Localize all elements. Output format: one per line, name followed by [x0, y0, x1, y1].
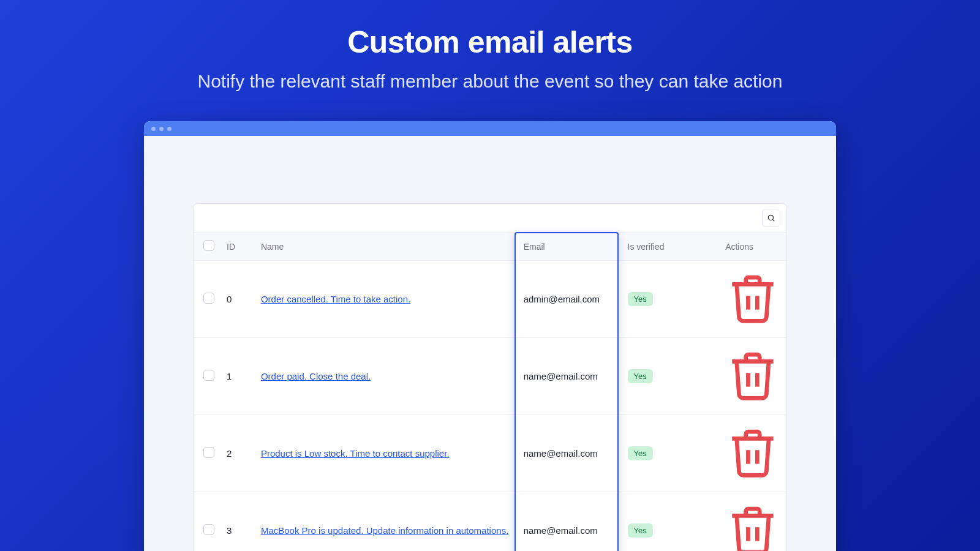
table-row: 3MacBook Pro is updated. Update informat…: [194, 492, 786, 551]
table-row: 1Order paid. Close the deal.name@email.c…: [194, 337, 786, 414]
window-body: ID Name Email Is verified Actions 0Order…: [144, 136, 836, 551]
row-email: name@email.com: [518, 492, 622, 551]
row-id: 0: [221, 261, 255, 338]
svg-point-0: [768, 215, 773, 220]
hero: Custom email alerts Notify the relevant …: [0, 0, 980, 92]
window-dot: [167, 127, 172, 131]
row-checkbox[interactable]: [203, 447, 214, 458]
row-email: admin@email.com: [518, 261, 622, 338]
header-actions: Actions: [719, 233, 786, 261]
search-icon: [767, 214, 775, 222]
window-dot: [159, 127, 164, 131]
select-all-checkbox[interactable]: [203, 240, 214, 251]
header-name: Name: [255, 233, 518, 261]
window-titlebar: [144, 121, 836, 136]
verified-badge: Yes: [628, 523, 653, 538]
svg-line-1: [773, 220, 775, 222]
row-name-link[interactable]: Order paid. Close the deal.: [261, 371, 371, 381]
row-checkbox[interactable]: [203, 370, 214, 381]
delete-button[interactable]: [725, 317, 780, 328]
row-email: name@email.com: [518, 414, 622, 492]
header-verified: Is verified: [622, 233, 720, 261]
alerts-table: ID Name Email Is verified Actions 0Order…: [194, 233, 786, 551]
table-row: 2Product is Low stock. Time to contact s…: [194, 414, 786, 492]
header-id: ID: [221, 233, 255, 261]
row-checkbox[interactable]: [203, 293, 214, 304]
delete-button[interactable]: [725, 548, 780, 551]
verified-badge: Yes: [628, 292, 653, 306]
row-id: 3: [221, 492, 255, 551]
card-toolbar: [194, 204, 786, 233]
header-email: Email: [518, 233, 622, 261]
hero-title: Custom email alerts: [0, 24, 980, 60]
row-name-link[interactable]: MacBook Pro is updated. Update informati…: [261, 525, 508, 536]
app-window: ID Name Email Is verified Actions 0Order…: [144, 121, 836, 551]
alerts-card: ID Name Email Is verified Actions 0Order…: [193, 203, 787, 551]
row-name-link[interactable]: Product is Low stock. Time to contact su…: [261, 448, 450, 459]
row-checkbox[interactable]: [203, 524, 214, 535]
delete-button[interactable]: [725, 471, 780, 482]
table-row: 0Order cancelled. Time to take action.ad…: [194, 261, 786, 338]
row-email: name@email.com: [518, 337, 622, 414]
window-dot: [151, 127, 156, 131]
delete-button[interactable]: [725, 394, 780, 405]
row-id: 1: [221, 337, 255, 414]
row-name-link[interactable]: Order cancelled. Time to take action.: [261, 294, 410, 304]
row-id: 2: [221, 414, 255, 492]
verified-badge: Yes: [628, 369, 653, 383]
table-header-row: ID Name Email Is verified Actions: [194, 233, 786, 261]
hero-subtitle: Notify the relevant staff member about t…: [0, 71, 980, 92]
verified-badge: Yes: [628, 446, 653, 460]
search-button[interactable]: [762, 209, 780, 227]
